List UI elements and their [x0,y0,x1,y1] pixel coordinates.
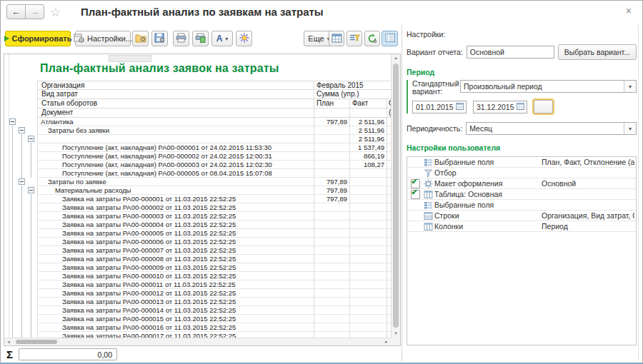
vertical-scrollbar[interactable]: ▲ ▼ [391,54,400,338]
report-row[interactable]: Заявка на затраты РА00-000016 от 11.03.2… [4,323,391,332]
report-row[interactable]: Заявка на затраты РА00-000002 от 11.03.2… [4,203,391,212]
table-headers-button[interactable] [329,31,344,46]
report-row[interactable]: Заявка на затраты РА00-000010 от 11.03.2… [4,272,391,280]
report-row[interactable]: Заявка на затраты РА00-000009 от 11.03.2… [4,263,391,272]
sparkle-icon [239,33,249,44]
user-setting-row[interactable]: КолонкиПериод [407,221,636,232]
forward-button[interactable]: → [25,4,44,19]
report-row[interactable]: Атлантика797,892 511,96 [4,118,391,126]
filter-icon [422,168,434,178]
collapse-group-icon[interactable] [19,178,25,185]
user-setting-row[interactable]: ✔Таблица: Основная [407,189,636,200]
report-area: План-фактный анализ заявок на затраты Ор… [4,54,401,346]
user-setting-row[interactable]: СтрокиОрганизация, Вид затрат, Ста... [407,211,636,221]
generate-button[interactable]: Сформировать [5,31,71,46]
setting-label: Выбранные поля [434,201,542,209]
report-row[interactable]: Заявка на затраты РА00-000017 от 11.03.2… [4,332,391,338]
report-row[interactable]: Заявка на затраты РА00-000001 от 11.03.2… [4,195,391,203]
back-button[interactable]: ← [6,4,26,19]
funnel-lines-icon [349,34,360,44]
choose-variant-button[interactable]: Выбрать вариант... [558,44,637,60]
calendar-icon[interactable] [517,102,524,111]
report-row[interactable]: Заявка на затраты РА00-000004 от 11.03.2… [4,221,391,229]
report-row[interactable]: Заявка на затраты РА00-000015 от 11.03.2… [4,315,391,323]
period-choose-button[interactable] [534,100,553,113]
report-rows: Атлантика797,892 511,96Затраты без заявк… [4,118,391,338]
font-button[interactable]: A ▾ [211,31,233,46]
scroll-left-icon[interactable]: ◄ [5,338,12,345]
date-to-input[interactable]: 31.12.2015 [473,101,527,113]
settings-button[interactable]: Настройки... [75,31,131,46]
settings-panel: Настройки: Вариант отчета: Основной Выбр… [402,24,639,361]
header-period: Февраль 2015 [314,81,391,90]
collapse-group-icon[interactable] [28,136,34,142]
settings-caption: Настройки: [407,30,637,39]
header-fact: Факт [349,99,387,108]
printer-preview-icon [195,33,206,44]
scrollbar-corner [391,338,400,345]
report-row[interactable]: Заявка на затраты РА00-000013 от 11.03.2… [4,298,391,306]
collapse-group-icon[interactable] [28,187,34,193]
vertical-scroll-thumb[interactable] [393,64,399,328]
report-row[interactable]: Заявка на затраты РА00-000007 от 11.03.2… [4,246,391,255]
collapse-group-icon[interactable] [19,127,25,133]
user-setting-row[interactable]: Отбор [407,168,636,178]
report-row[interactable]: Заявка на затраты РА00-000012 от 11.03.2… [4,289,391,298]
date-from-input[interactable]: 01.01.2015 [412,101,467,113]
periodicity-select[interactable]: Месяц ▾ [466,122,637,135]
report-row[interactable]: Заявка на затраты РА00-000003 от 11.03.2… [4,212,391,221]
report-row[interactable]: Заявка на затраты РА00-000008 от 11.03.2… [4,255,391,263]
filter-settings-button[interactable] [347,31,362,46]
open-variant-button[interactable] [132,31,149,46]
close-icon[interactable]: × [623,4,634,16]
user-setting-row[interactable]: Выбранные поля [407,200,636,211]
scroll-right-icon[interactable]: ► [383,338,390,345]
horizontal-scroll-thumb[interactable] [16,340,57,344]
report-row[interactable]: Поступление (акт, накладная) РА00-000002… [4,152,391,161]
favorite-star-icon[interactable]: ☆ [50,5,61,20]
scroll-down-icon[interactable]: ▼ [392,330,400,338]
report-row[interactable]: Заявка на затраты РА00-000005 от 11.03.2… [4,229,391,238]
check-icon: ✔ [412,177,418,186]
selected-fields-icon [422,201,434,210]
save-variant-button[interactable] [151,31,168,46]
report-variant-input[interactable]: Основной [467,46,554,59]
report-row[interactable]: Затраты без заявки2 511,96 [4,126,391,135]
setting-value: Период [542,222,634,231]
report-row[interactable]: Затраты по заявке797,89 [4,178,391,186]
report-row[interactable]: Поступление (акт, накладная) РА00-000001… [4,143,391,152]
report-row[interactable]: Поступление (акт, накладная) РА00-000003… [4,161,391,169]
horizontal-scrollbar[interactable]: ◄ ► [4,338,391,345]
chevron-down-icon[interactable]: ▾ [624,81,636,92]
standard-variant-select[interactable]: Произвольный период ▾ [460,80,637,93]
calendar-icon[interactable] [456,102,464,111]
print-preview-button[interactable] [192,31,209,46]
standard-variant-label: Стандартный вариант: [412,80,457,96]
report-row[interactable]: Материальные расходы797,89 [4,186,391,195]
refresh-button[interactable] [364,31,380,46]
report-row[interactable]: Поступление (акт, накладная) РА00-000005… [4,169,391,178]
effects-button[interactable] [236,31,252,46]
settings-panel-toggle-button[interactable] [382,31,398,46]
report-row[interactable]: Заявка на затраты РА00-000006 от 11.03.2… [4,238,391,246]
sigma-icon: Σ [6,348,13,360]
user-settings-list: Выбранные поляПлан, Факт, Отклонение (аб… [407,156,637,345]
user-setting-row[interactable]: ✔Макет оформленияОсновной [407,178,636,189]
period-group: Стандартный вариант: Произвольный период… [407,80,637,113]
appearance-icon [422,179,434,188]
report-header: Организация Февраль 2015 Вид затрат Сумм… [4,81,391,118]
chevron-down-icon[interactable]: ▾ [624,123,636,134]
report-row[interactable]: 2 511,96 [4,135,391,143]
print-button[interactable] [173,31,189,46]
setting-checkbox[interactable]: ✔ [411,190,420,199]
report-row[interactable]: Заявка на затраты РА00-000014 от 11.03.2… [4,306,391,315]
font-a-icon: A [216,34,223,44]
header-measure: Сумма (упр.) [314,90,391,99]
setting-value: План, Факт, Отклонение (абс... [542,158,634,166]
scroll-up-icon[interactable]: ▲ [392,54,400,62]
report-row[interactable]: Заявка на затраты РА00-000011 от 11.03.2… [4,280,391,289]
user-setting-row[interactable]: Выбранные поляПлан, Факт, Отклонение (аб… [407,157,636,168]
autosum-value[interactable]: 0,00 [19,348,117,360]
report-variant-label: Вариант отчета: [407,48,463,56]
collapse-group-icon[interactable] [9,118,16,125]
